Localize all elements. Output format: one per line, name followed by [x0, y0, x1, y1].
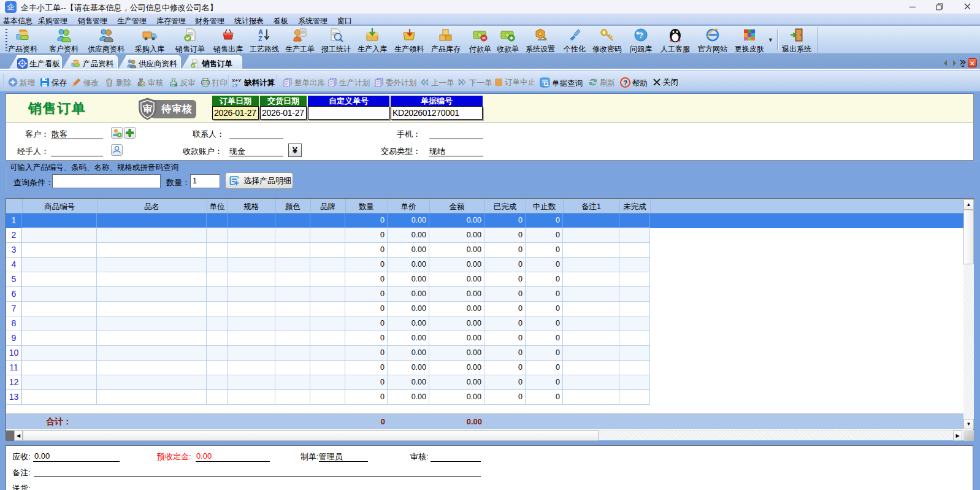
svg-text:?: ?: [624, 79, 628, 86]
svg-text:?: ?: [638, 31, 643, 40]
svg-text:审: 审: [143, 104, 153, 114]
svg-text:Z: Z: [258, 35, 262, 42]
svg-text:=?: =?: [232, 83, 238, 88]
